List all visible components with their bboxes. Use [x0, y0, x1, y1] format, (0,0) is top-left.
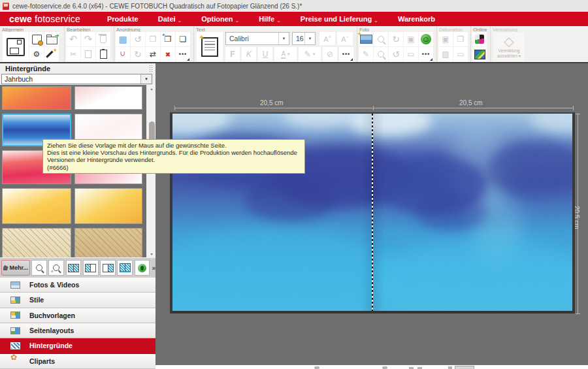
zoom-in-photo-button[interactable]: [374, 47, 388, 61]
delete-button[interactable]: [96, 32, 110, 46]
zoom-double-button[interactable]: ∘: [48, 260, 64, 276]
copy-button[interactable]: [81, 47, 95, 61]
text-more-button[interactable]: •••: [339, 47, 353, 61]
more-icon: •••: [342, 51, 350, 57]
rotate-left-button[interactable]: ↺: [131, 32, 145, 46]
font-size-select[interactable]: 16 ▾: [292, 32, 316, 45]
magnet-button[interactable]: ∩: [116, 47, 130, 61]
settings-button[interactable]: ⚙: [29, 47, 44, 61]
background-category-select[interactable]: Jahrbuch ▾: [1, 74, 152, 84]
zoom-out-photo-button[interactable]: [374, 32, 388, 46]
sidebar-item-buchvorlagen[interactable]: Buchvorlagen: [0, 308, 155, 323]
scroll-down-icon[interactable]: ▾: [148, 250, 155, 257]
tooltip-line2: Dies ist eine kleine Vorschau des Hinter…: [47, 149, 301, 163]
online-upload-button[interactable]: [472, 47, 487, 61]
editor-canvas: 20,5 cm 20,5 cm 20,5 cm: [155, 63, 588, 369]
smart-assistant-button[interactable]: [135, 260, 150, 276]
assistant-button[interactable]: [44, 47, 59, 61]
smiley-icon: ☺: [421, 34, 431, 44]
image-icon: ▣: [442, 35, 449, 44]
clear-format-button[interactable]: ⊘: [323, 47, 337, 61]
anordnung-more-button[interactable]: •••: [176, 47, 190, 61]
undo-button[interactable]: ↶: [66, 32, 80, 46]
photo-placeholder-button[interactable]: ▣: [404, 32, 418, 46]
panel-title: Hintergründe: [5, 65, 149, 72]
delete-page-button[interactable]: ✖: [161, 47, 175, 61]
menu-datei[interactable]: Datei⌄: [158, 15, 182, 24]
online-share-button[interactable]: [472, 32, 487, 46]
scroll-up-icon[interactable]: ▴: [148, 85, 155, 92]
sidebar-item-fotos-videos[interactable]: Fotos & Videos: [0, 278, 155, 293]
bold-button[interactable]: F: [225, 47, 240, 61]
sidebar-item-cliparts[interactable]: ✿ Cliparts: [0, 354, 155, 369]
dekoration-frame-button[interactable]: ▨: [438, 47, 453, 61]
edit-photo-button[interactable]: ✎: [359, 47, 373, 61]
veredelung-select-button[interactable]: ◇ Veredelungauswählen ▾: [493, 32, 525, 61]
bring-to-front-button[interactable]: ❐+: [161, 32, 175, 46]
apply-all-pages-button[interactable]: [117, 260, 133, 276]
font-family-value: Calibri: [226, 35, 278, 42]
dekoration-image-button[interactable]: ▣: [438, 32, 453, 46]
font-color-button[interactable]: A ▾: [274, 47, 297, 61]
flip-button[interactable]: ⇄: [146, 47, 160, 61]
menu-produkte[interactable]: Produkte: [107, 15, 139, 23]
highlight-color-button[interactable]: ✎ ▾: [299, 47, 321, 61]
chevron-down-icon[interactable]: ▾: [278, 33, 289, 44]
group-button[interactable]: ❐: [146, 32, 160, 46]
magic-wand-icon: [46, 49, 57, 59]
menu-optionen[interactable]: Optionen⌄: [201, 15, 239, 24]
crop-photo-button[interactable]: ▭: [404, 47, 418, 61]
paste-button[interactable]: [96, 47, 110, 61]
sidebar-item-seitenlayouts[interactable]: Seitenlayouts: [0, 323, 155, 338]
apply-right-page-button[interactable]: [100, 260, 116, 276]
redo-button[interactable]: ↷: [81, 32, 95, 46]
apply-both-pages-button[interactable]: [66, 260, 82, 276]
background-thumbnail[interactable]: [2, 188, 71, 224]
rotate-photo-ccw-button[interactable]: ↺: [389, 47, 403, 61]
align-grid-button[interactable]: ▦: [116, 32, 130, 46]
photo-fix-button[interactable]: ☺: [419, 32, 433, 46]
increase-font-button[interactable]: A+: [319, 32, 335, 45]
zoom-single-button[interactable]: [31, 260, 47, 276]
save-as-button[interactable]: [29, 32, 44, 46]
menu-preise-und-lieferung[interactable]: Preise und Lieferung⌄: [301, 15, 378, 24]
dekoration-border-button[interactable]: ▭: [453, 47, 468, 61]
sidebar-item-stile[interactable]: Stile: [0, 293, 155, 308]
sidebar-item-hintergruende[interactable]: Hintergründe: [0, 338, 155, 353]
drag-grip-icon[interactable]: [149, 65, 153, 72]
font-decrease-icon: A−: [341, 35, 348, 43]
mehr-button[interactable]: Mehr...: [1, 260, 30, 276]
add-photo-button[interactable]: [359, 32, 373, 46]
chevron-down-icon[interactable]: ▾: [140, 74, 152, 84]
background-thumbnail[interactable]: [74, 188, 142, 224]
background-thumbnail[interactable]: [2, 228, 71, 257]
underline-button[interactable]: U: [258, 47, 272, 61]
open-button[interactable]: [44, 32, 59, 46]
menu-hilfe[interactable]: Hilfe⌄: [259, 15, 281, 24]
sidebar-category-list: Fotos & Videos Stile Buchvorlagen Seiten…: [0, 278, 155, 369]
apply-left-page-button[interactable]: [83, 260, 99, 276]
decrease-font-button[interactable]: A−: [337, 32, 353, 45]
background-thumbnail[interactable]: [2, 86, 71, 110]
rotate-photo-cw-button[interactable]: ↻: [389, 32, 403, 46]
font-family-select[interactable]: Calibri ▾: [225, 32, 289, 45]
foto-more-button[interactable]: •••: [419, 47, 433, 61]
chevron-down-icon[interactable]: ▾: [304, 33, 315, 44]
frame-icon: ▨: [442, 50, 449, 59]
spread-left-icon: [85, 264, 96, 272]
add-textbox-button[interactable]: [197, 32, 223, 61]
magnet-icon: ∩: [120, 50, 125, 59]
more-icon: •••: [422, 51, 430, 57]
italic-button[interactable]: K: [242, 47, 256, 61]
rotate-right-button[interactable]: ↻: [131, 47, 145, 61]
send-to-back-button[interactable]: ❏: [176, 32, 190, 46]
magnifier-plus-icon: [378, 51, 384, 57]
save-button[interactable]: [3, 32, 29, 61]
tooltip: Ziehen Sie diese Vorlage mit der Maus au…: [42, 139, 305, 174]
background-thumbnail[interactable]: [74, 86, 142, 110]
menu-warenkorb[interactable]: Warenkorb: [398, 15, 435, 23]
cut-button[interactable]: ✂: [66, 47, 80, 61]
panel-header: Hintergründe: [0, 63, 155, 73]
dekoration-copy-button[interactable]: ❐: [453, 32, 468, 46]
background-thumbnail[interactable]: [74, 228, 142, 257]
